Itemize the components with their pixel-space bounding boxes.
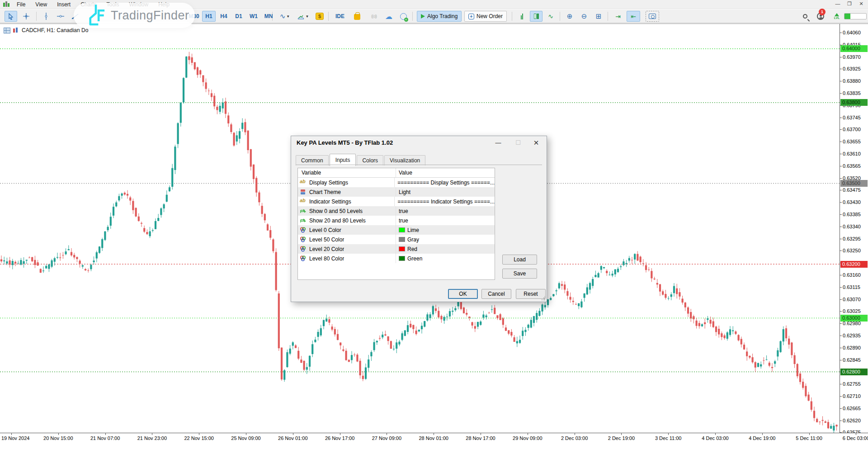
menu-item-file[interactable]: File bbox=[12, 0, 30, 9]
param-row[interactable]: Level 50 ColorGray bbox=[298, 235, 495, 244]
candlestick-mode-button[interactable] bbox=[530, 11, 542, 22]
timeframe-button-h4[interactable]: H4 bbox=[217, 11, 231, 22]
new-order-button[interactable]: + New Order bbox=[464, 11, 507, 22]
param-value[interactable]: Green bbox=[407, 255, 422, 262]
timeframe-button-w1[interactable]: W1 bbox=[247, 11, 260, 22]
param-value[interactable]: true bbox=[399, 218, 408, 224]
dialog-tab-visualization[interactable]: Visualization bbox=[384, 155, 425, 166]
candle-body bbox=[104, 232, 106, 240]
param-value[interactable]: true bbox=[399, 208, 408, 214]
timeframe-button-mn[interactable]: MN bbox=[262, 11, 275, 22]
dialog-minimize-button[interactable]: — bbox=[491, 138, 505, 148]
color-swatch bbox=[399, 246, 405, 251]
time-axis[interactable]: 19 Nov 202420 Nov 15:0021 Nov 07:0021 No… bbox=[0, 433, 868, 454]
param-value[interactable]: ========== Display Settings ======... bbox=[397, 180, 495, 186]
level-button[interactable]: LVL bbox=[831, 11, 843, 22]
candle-body bbox=[404, 330, 406, 336]
line-chart-mode-button[interactable]: ∿ bbox=[544, 11, 557, 22]
menu-item-view[interactable]: View bbox=[30, 0, 52, 9]
candle-body bbox=[28, 258, 30, 258]
indicators-button[interactable]: ▼ bbox=[295, 11, 311, 22]
candle-body bbox=[715, 326, 717, 332]
save-button[interactable]: Save bbox=[502, 269, 537, 279]
cursor-tool-button[interactable] bbox=[5, 11, 17, 22]
param-row[interactable]: abIndicator Settings========== Indicator… bbox=[298, 197, 495, 206]
chart-profile-button[interactable]: ∿▼ bbox=[277, 11, 293, 22]
candle-body bbox=[365, 367, 367, 378]
param-row[interactable]: Show 0 and 50 Levelstrue bbox=[298, 206, 495, 216]
bar-chart-mode-button[interactable] bbox=[515, 11, 528, 22]
time-axis-label: 3 Dec 11:00 bbox=[655, 435, 682, 441]
signals-button[interactable]: ((o)) bbox=[366, 11, 382, 22]
param-row[interactable]: Level 0 ColorLime bbox=[298, 225, 495, 235]
candle-body bbox=[331, 326, 333, 330]
candle-body bbox=[6, 261, 8, 264]
cloud-button[interactable]: ☁ bbox=[382, 11, 395, 22]
dialog-title-bar[interactable]: Key PA Levels MT5 - By TFlab 1.02 — ☐ ✕ bbox=[291, 136, 547, 150]
community-button[interactable] bbox=[397, 11, 410, 22]
dialog-tab-inputs[interactable]: Inputs bbox=[330, 154, 356, 166]
menu-item-insert[interactable]: Insert bbox=[52, 0, 75, 9]
tile-windows-button[interactable]: ⊞ bbox=[592, 11, 605, 22]
window-close-button[interactable]: ✕ bbox=[855, 0, 867, 8]
param-row[interactable]: Chart ThemeLight bbox=[298, 187, 495, 197]
param-value[interactable]: Gray bbox=[407, 236, 419, 243]
auto-scroll-button[interactable]: ⇥ bbox=[611, 11, 625, 22]
ok-button[interactable]: OK bbox=[448, 289, 478, 299]
zoom-out-button[interactable]: ⊖ bbox=[578, 11, 590, 22]
algo-trading-button[interactable]: Algo Trading bbox=[417, 11, 462, 22]
candle-body bbox=[766, 359, 768, 360]
zoom-in-button[interactable]: ⊕ bbox=[563, 11, 576, 22]
crosshair-tool-button[interactable] bbox=[20, 11, 33, 22]
dialog-tab-colors[interactable]: Colors bbox=[357, 155, 383, 166]
dollar-icon: $ bbox=[316, 13, 324, 20]
color-param-icon bbox=[300, 236, 307, 242]
window-minimize-button[interactable]: — bbox=[832, 0, 844, 8]
profile-button[interactable]: 1 bbox=[814, 11, 827, 22]
horizontal-line-tool-button[interactable] bbox=[54, 11, 67, 22]
candle-body bbox=[286, 352, 288, 367]
time-axis-label: 5 Dec 11:00 bbox=[796, 435, 822, 441]
param-row[interactable]: Level 20 ColorRed bbox=[298, 244, 495, 254]
window-restore-button[interactable]: ❐ bbox=[844, 0, 855, 8]
dialog-tab-common[interactable]: Common bbox=[296, 155, 329, 166]
param-row[interactable]: Level 80 ColorGreen bbox=[298, 254, 495, 263]
timeframe-button-h1[interactable]: H1 bbox=[202, 11, 216, 22]
candlestick-icon bbox=[534, 14, 539, 19]
price-axis[interactable]: 0.640600.640150.639700.639250.638800.638… bbox=[840, 24, 868, 433]
price-axis-label: 0.63250 bbox=[843, 248, 861, 253]
deposit-button[interactable]: $ bbox=[314, 11, 326, 22]
vertical-line-tool-button[interactable] bbox=[40, 11, 52, 22]
param-row[interactable]: abDisplay Settings========== Display Set… bbox=[298, 178, 495, 187]
param-value[interactable]: ========== Indicator Settings =====... bbox=[397, 199, 495, 205]
time-tick bbox=[668, 433, 669, 435]
candle-body bbox=[769, 363, 770, 366]
dialog-resize-grip[interactable] bbox=[541, 296, 546, 301]
candle-body bbox=[561, 284, 563, 286]
param-value[interactable]: Red bbox=[407, 246, 417, 252]
param-value[interactable]: Lime bbox=[407, 227, 419, 233]
dialog-maximize-button[interactable]: ☐ bbox=[511, 138, 525, 148]
timeframe-button-d1[interactable]: D1 bbox=[232, 11, 245, 22]
screenshot-button[interactable] bbox=[646, 11, 659, 22]
dialog-close-button[interactable]: ✕ bbox=[529, 138, 543, 148]
load-button[interactable]: Load bbox=[502, 255, 537, 265]
param-value[interactable]: Light bbox=[399, 189, 410, 195]
candle-body bbox=[519, 340, 521, 343]
ide-button[interactable]: IDE bbox=[333, 11, 347, 22]
candle-body bbox=[718, 329, 720, 334]
candle-body bbox=[387, 336, 389, 341]
candle-body bbox=[429, 314, 431, 318]
candle-body bbox=[704, 322, 706, 324]
bool-param-icon bbox=[300, 208, 307, 214]
param-name: Level 0 Color bbox=[309, 227, 341, 233]
horizontal-line-icon bbox=[57, 14, 64, 19]
candle-body bbox=[216, 107, 218, 110]
param-row[interactable]: Show 20 and 80 Levelstrue bbox=[298, 216, 495, 225]
candle-body bbox=[370, 352, 372, 356]
cancel-button[interactable]: Cancel bbox=[481, 289, 511, 299]
chart-shift-button[interactable]: ⇤ bbox=[627, 11, 640, 22]
search-button[interactable] bbox=[799, 11, 811, 22]
market-button[interactable] bbox=[351, 11, 363, 22]
color-param-icon bbox=[300, 255, 307, 261]
